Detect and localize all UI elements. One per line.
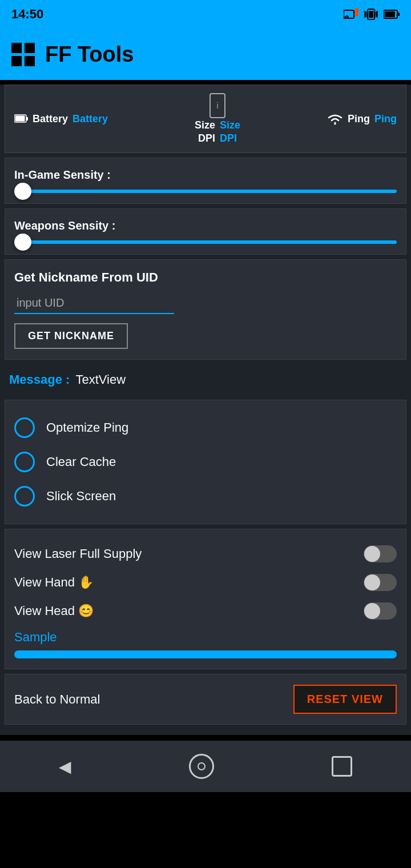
message-label: Message :: [9, 372, 70, 387]
home-circle-inner: [198, 762, 206, 770]
toggle-row-view-laser: View Laser Full Supply: [14, 540, 397, 568]
toggle-label-view-laser: View Laser Full Supply: [14, 546, 142, 561]
toggle-section: View Laser Full Supply View Hand ✋ View …: [5, 529, 406, 669]
radio-label-slick-screen: Slick Screen: [46, 489, 116, 504]
app-header: FF Tools: [0, 29, 411, 80]
svg-rect-10: [397, 13, 400, 16]
size-value: Size: [220, 119, 240, 131]
ping-label: Ping: [348, 113, 370, 125]
radio-label-optemize-ping: Optemize Ping: [46, 420, 128, 435]
battery-label: Battery: [33, 113, 68, 125]
toggle-switch-view-hand[interactable]: [364, 574, 397, 591]
svg-rect-9: [385, 11, 395, 17]
battery-info: Battery Battery: [14, 113, 108, 125]
reset-view-button[interactable]: RESET VIEW: [293, 685, 397, 714]
toggle-row-view-hand: View Hand ✋: [14, 568, 397, 597]
uid-section: Get Nickname From UID GET NICKNAME: [5, 259, 406, 360]
ingame-sensity-title: In-Game Sensity :: [14, 168, 397, 182]
vibrate-icon: [364, 8, 378, 21]
radio-section: Optemize Ping Clear Cache Slick Screen: [5, 400, 406, 524]
size-label: Size: [195, 119, 215, 131]
sample-progress-bar: [14, 650, 397, 658]
android-nav-bar: ◀: [0, 741, 411, 792]
battery-icon: [384, 9, 400, 19]
get-nickname-button[interactable]: GET NICKNAME: [14, 323, 128, 349]
cast-icon: [344, 8, 358, 21]
bottom-bar: Back to Normal RESET VIEW: [5, 674, 406, 725]
wifi-icon: [327, 112, 343, 125]
radio-item-clear-cache[interactable]: Clear Cache: [14, 445, 397, 479]
uid-input[interactable]: [14, 293, 174, 314]
dpi-value: DPI: [220, 132, 237, 144]
toggle-row-view-head: View Head 😊: [14, 597, 397, 625]
radio-circle-optemize-ping[interactable]: [14, 417, 35, 438]
dpi-label: DPI: [198, 132, 215, 144]
toggle-knob-view-laser: [364, 546, 380, 562]
ingame-sensity-slider[interactable]: [14, 190, 397, 193]
uid-section-title: Get Nickname From UID: [14, 270, 397, 285]
radio-item-optemize-ping[interactable]: Optemize Ping: [14, 411, 397, 445]
toggle-knob-view-head: [364, 603, 380, 619]
toggle-knob-view-hand: [364, 574, 380, 590]
home-nav-button[interactable]: [189, 754, 214, 779]
status-bar: 14:50: [0, 0, 411, 29]
size-dpi-info: i Size Size DPI DPI: [195, 93, 240, 144]
battery-value: Battery: [72, 113, 108, 125]
ping-info: Ping Ping: [327, 112, 397, 125]
battery-status-icon: [14, 114, 28, 123]
phone-icon: i: [209, 93, 225, 118]
weapons-sensity-title: Weapons Sensity :: [14, 219, 397, 232]
main-content: Battery Battery i Size Size DPI DPI Ping…: [0, 85, 411, 735]
message-value: TextView: [75, 372, 126, 387]
info-bar: Battery Battery i Size Size DPI DPI Ping…: [5, 85, 406, 153]
sample-link[interactable]: Sample: [14, 630, 397, 645]
weapons-sensity-card: Weapons Sensity :: [5, 208, 406, 255]
radio-item-slick-screen[interactable]: Slick Screen: [14, 479, 397, 513]
radio-circle-clear-cache[interactable]: [14, 452, 35, 472]
ingame-sensity-card: In-Game Sensity :: [5, 158, 406, 204]
ping-value: Ping: [374, 113, 397, 125]
toggle-switch-view-head[interactable]: [364, 602, 397, 620]
svg-rect-12: [15, 116, 25, 122]
app-title: FF Tools: [45, 42, 134, 67]
app-logo-icon: [11, 43, 35, 66]
back-to-normal-label: Back to Normal: [14, 692, 100, 707]
back-nav-button[interactable]: ◀: [59, 757, 71, 776]
message-row: Message : TextView: [0, 364, 411, 395]
toggle-label-view-head: View Head 😊: [14, 604, 94, 618]
toggle-switch-view-laser[interactable]: [364, 545, 397, 562]
svg-rect-3: [369, 11, 373, 18]
svg-rect-1: [355, 8, 358, 16]
status-time: 14:50: [11, 7, 43, 22]
svg-rect-13: [26, 117, 28, 120]
radio-circle-slick-screen[interactable]: [14, 486, 35, 507]
status-icons: [344, 8, 400, 21]
weapons-sensity-slider[interactable]: [14, 240, 397, 244]
radio-label-clear-cache: Clear Cache: [46, 455, 116, 469]
recents-nav-button[interactable]: [332, 756, 352, 777]
toggle-label-view-hand: View Hand ✋: [14, 575, 94, 590]
